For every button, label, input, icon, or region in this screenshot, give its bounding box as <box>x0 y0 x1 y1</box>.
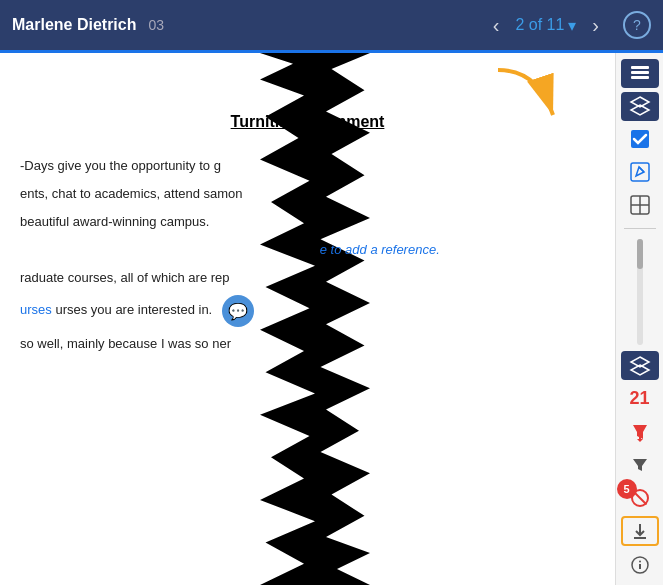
student-id: 03 <box>148 17 164 33</box>
page-indicator-button[interactable]: 2 of 11 ▾ <box>515 16 576 35</box>
layers-top-button[interactable] <box>621 59 659 88</box>
header-navigation: ‹ 2 of 11 ▾ › ? <box>485 10 651 41</box>
svg-rect-6 <box>631 163 649 181</box>
funnel-sort-icon <box>630 422 650 442</box>
filter-button[interactable] <box>621 450 659 479</box>
svg-point-23 <box>639 560 641 562</box>
paragraph-5: raduate courses, all of which are rep <box>20 267 595 289</box>
prev-page-button[interactable]: ‹ <box>485 10 508 41</box>
edit-button[interactable] <box>621 158 659 187</box>
svg-rect-0 <box>631 66 649 69</box>
layers2-icon <box>629 355 651 377</box>
page-label: 2 of 11 <box>515 16 564 34</box>
chevron-down-icon: ▾ <box>568 16 576 35</box>
paragraph-1: -Days give you the opportunity to g <box>20 155 595 177</box>
funnel-sort-button[interactable] <box>621 417 659 446</box>
help-button[interactable]: ? <box>623 11 651 39</box>
checkmark-icon <box>630 129 650 149</box>
paragraph-4: e to add a reference. <box>20 239 595 261</box>
add-reference-text: e to add a reference. <box>320 242 440 257</box>
info-icon <box>630 555 650 575</box>
svg-marker-16 <box>633 459 647 471</box>
main-area: Turnitin Assignment -Days give you the o… <box>0 53 663 585</box>
paragraph-2: ents, chat to academics, attend samon <box>20 183 595 205</box>
svg-line-7 <box>639 167 644 172</box>
layers2-button[interactable] <box>621 351 659 380</box>
edit-pencil-icon <box>630 162 650 182</box>
document-title: Turnitin Assignment <box>20 113 595 131</box>
right-sidebar: 21 5 <box>615 53 663 585</box>
document-content: Turnitin Assignment -Days give you the o… <box>0 53 615 585</box>
paragraph-7: so well, mainly because I was so ner <box>20 333 595 355</box>
download-button[interactable] <box>621 516 659 546</box>
scroll-track[interactable] <box>637 239 643 346</box>
urses-link[interactable]: urses <box>20 303 52 318</box>
paragraph-6: urses urses you are interested in. 💬 <box>20 295 595 327</box>
paragraph-3: beautiful award-winning campus. <box>20 211 595 233</box>
student-name: Marlene Dietrich <box>12 16 136 34</box>
next-page-button[interactable]: › <box>584 10 607 41</box>
document-body: -Days give you the opportunity to g ents… <box>20 155 595 356</box>
layers-stack-icon <box>629 62 651 84</box>
check-button[interactable] <box>621 125 659 154</box>
block-button[interactable]: 5 <box>621 483 659 512</box>
similarity-score: 21 <box>629 388 649 409</box>
svg-marker-15 <box>637 439 643 442</box>
scroll-thumb[interactable] <box>637 239 643 269</box>
layers-active-button[interactable] <box>621 92 659 121</box>
download-icon <box>630 521 650 541</box>
svg-rect-2 <box>631 76 649 79</box>
filter-icon <box>630 455 650 475</box>
grid-icon <box>630 195 650 215</box>
grid-button[interactable] <box>621 191 659 220</box>
layers-icon <box>629 95 651 117</box>
info-button[interactable] <box>621 550 659 579</box>
comment-bubble-button[interactable]: 💬 <box>222 295 254 327</box>
sidebar-divider <box>624 228 656 229</box>
header: Marlene Dietrich 03 ‹ 2 of 11 ▾ › ? <box>0 0 663 50</box>
svg-rect-1 <box>631 71 649 74</box>
score-number-button[interactable]: 21 <box>621 384 659 413</box>
block-badge: 5 <box>617 479 637 499</box>
